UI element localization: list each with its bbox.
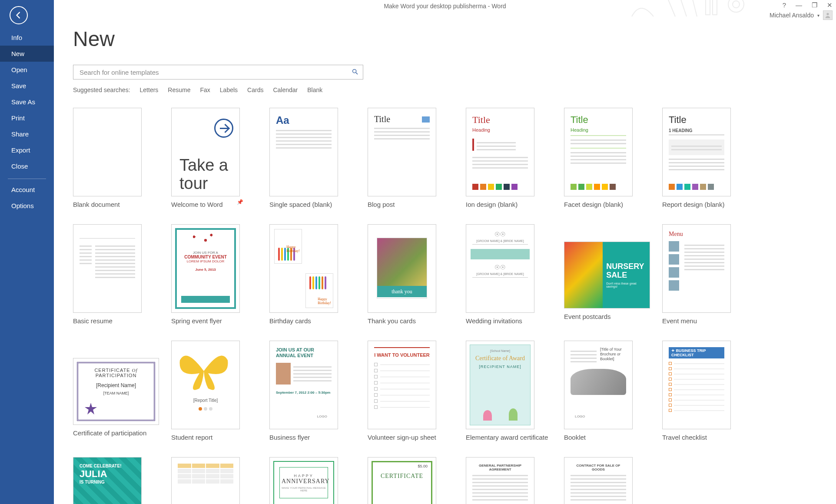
template-thumbnail: Menu (662, 224, 731, 313)
sidebar-item-open[interactable]: Open (0, 62, 54, 78)
template-anniv[interactable]: HAPPYANNIVERSARYMAKE YOUR PERSONAL MESSA… (269, 449, 368, 504)
template-thumbnail: [Report Title] (171, 341, 240, 429)
template-label: Blog post (368, 201, 450, 209)
template-label: Business flyer (269, 434, 352, 441)
suggested-labels[interactable]: Labels (220, 86, 238, 93)
template-julia[interactable]: COME CELEBRATE!JULIAIS TURNING (73, 449, 171, 504)
sidebar-item-options[interactable]: Options (0, 198, 54, 214)
template-label: Event postcards (564, 313, 647, 321)
template-grid: Blank documentTake atourWelcome to Word📌… (73, 100, 828, 504)
template-thank-you-cards[interactable]: thank youThank you cards (368, 216, 466, 333)
template-thumbnail: [School Name]Certificate of Award[RECIPI… (466, 341, 534, 429)
template-basic-resume[interactable]: Basic resume (73, 216, 171, 333)
sidebar-item-save[interactable]: Save (0, 78, 54, 94)
template-thumbnail: JOIN US FOR ACOMMUNITY EVENTLOREM IPSUM … (171, 224, 240, 313)
sidebar-item-print[interactable]: Print (0, 110, 54, 126)
suggested-cards[interactable]: Cards (247, 86, 263, 93)
template-welcome-to-word[interactable]: Take atourWelcome to Word📌 (171, 100, 269, 216)
back-arrow-icon (14, 10, 23, 20)
sidebar-item-save-as[interactable]: Save As (0, 94, 54, 110)
template-search[interactable] (73, 65, 363, 80)
sidebar-item-close[interactable]: Close (0, 158, 54, 174)
minimize-button[interactable]: — (796, 2, 802, 8)
template-wedding-invitations[interactable]: ☉☉[GROOM NAME] & [BRIDE NAME]☉☉[GROOM NA… (466, 216, 564, 333)
template-report-design-blank-[interactable]: Title1 HEADINGReport design (blank) (662, 100, 760, 216)
sidebar-item-new[interactable]: New (0, 46, 54, 62)
template-thumbnail: I WANT TO VOLUNTEER (368, 341, 436, 429)
template-ion-design-blank-[interactable]: TitleHeadingIon design (blank) (466, 100, 564, 216)
template-elementary-award-certificate[interactable]: [School Name]Certificate of Award[RECIPI… (466, 333, 564, 449)
template-thumbnail: Title1 HEADING (662, 108, 731, 196)
back-button[interactable] (10, 6, 28, 24)
template-label: Spring event flyer (171, 317, 254, 325)
template-volunteer-sign-up-sheet[interactable]: I WANT TO VOLUNTEERVolunteer sign-up she… (368, 333, 466, 449)
template-label: Certificate of participation (73, 429, 156, 437)
template-thumbnail (171, 457, 240, 504)
template-thumbnail: GENERAL PARTNERSHIP AGREEMENT (466, 457, 534, 504)
template-scroll[interactable]: Blank documentTake atourWelcome to Word📌… (73, 100, 828, 504)
template-thumbnail: Take atour (171, 108, 240, 196)
template-thumbnail: HAPPYANNIVERSARYMAKE YOUR PERSONAL MESSA… (269, 457, 338, 504)
suggested-calendar[interactable]: Calendar (273, 86, 298, 93)
search-input[interactable] (80, 69, 352, 76)
template-certificate-of-participation[interactable]: CERTIFICATE Of PARTICIPATION[Recipient N… (73, 333, 171, 449)
svg-point-5 (353, 69, 356, 73)
svg-line-6 (356, 73, 358, 74)
template-thumbnail: NURSERYSALEDon't miss these great saving… (564, 242, 650, 308)
template-birthday-cards[interactable]: HappyBirthday!HappyBirthday!Birthday car… (269, 216, 368, 333)
template-label: Birthday cards (269, 317, 352, 325)
template-thumbnail: $5.00CERTIFICATE (368, 457, 436, 504)
template-cert2[interactable]: $5.00CERTIFICATE (368, 449, 466, 504)
sidebar-item-share[interactable]: Share (0, 126, 54, 142)
template-label: Basic resume (73, 317, 156, 325)
template-label: Travel checklist (662, 434, 745, 441)
help-button[interactable]: ? (783, 2, 786, 8)
template-table[interactable] (171, 449, 269, 504)
template-label: Elementary award certificate (466, 434, 548, 441)
template-label: Event menu (662, 317, 745, 325)
suggested-blank[interactable]: Blank (307, 86, 322, 93)
template-booklet[interactable]: [Title of Your Brochure or Booklet]LOGOB… (564, 333, 662, 449)
template-thumbnail: HappyBirthday!HappyBirthday! (269, 224, 338, 313)
template-label: Thank you cards (368, 317, 450, 325)
suggested-resume[interactable]: Resume (168, 86, 190, 93)
template-label: Single spaced (blank) (269, 201, 352, 209)
template-label: Report design (blank) (662, 201, 745, 209)
template-thumbnail: CERTIFICATE Of PARTICIPATION[Recipient N… (73, 358, 159, 425)
backstage-sidebar: InfoNewOpenSaveSave AsPrintShareExportCl… (0, 0, 54, 504)
template-single-spaced-blank-[interactable]: AaSingle spaced (blank) (269, 100, 368, 216)
template-contract[interactable]: CONTRACT FOR SALE OF GOODS (564, 449, 662, 504)
suggested-searches: Suggested searches: LettersResumeFaxLabe… (73, 86, 836, 93)
pin-icon[interactable]: 📌 (237, 199, 243, 205)
template-event-postcards[interactable]: NURSERYSALEDon't miss these great saving… (564, 216, 662, 333)
template-business-flyer[interactable]: JOIN US AT OURANNUAL EVENTSeptember 7, 2… (269, 333, 368, 449)
template-partner[interactable]: GENERAL PARTNERSHIP AGREEMENT (466, 449, 564, 504)
template-blank-document[interactable]: Blank document (73, 100, 171, 216)
sidebar-item-info[interactable]: Info (0, 30, 54, 46)
template-thumbnail: COME CELEBRATE!JULIAIS TURNING (73, 457, 142, 504)
close-window-button[interactable]: ✕ (827, 2, 833, 8)
search-icon[interactable] (352, 68, 358, 76)
template-thumbnail: thank you (368, 224, 436, 313)
suggested-fax[interactable]: Fax (200, 86, 210, 93)
template-label: Student report (171, 434, 254, 441)
title-bar: Make Word your desktop publisherma - Wor… (54, 0, 836, 11)
sidebar-item-account[interactable]: Account (0, 182, 54, 198)
sidebar-item-export[interactable]: Export (0, 142, 54, 158)
template-student-report[interactable]: [Report Title]Student report (171, 333, 269, 449)
template-thumbnail: JOIN US AT OURANNUAL EVENTSeptember 7, 2… (269, 341, 338, 429)
template-thumbnail: TitleHeading (466, 108, 534, 196)
template-travel-checklist[interactable]: ✦ BUSINESS TRIP CHECKLISTTravel checklis… (662, 333, 760, 449)
template-spring-event-flyer[interactable]: JOIN US FOR ACOMMUNITY EVENTLOREM IPSUM … (171, 216, 269, 333)
template-facet-design-blank-[interactable]: TitleHeadingFacet design (blank) (564, 100, 662, 216)
template-label: Booklet (564, 434, 647, 441)
template-thumbnail: CONTRACT FOR SALE OF GOODS (564, 457, 633, 504)
suggested-letters[interactable]: Letters (140, 86, 159, 93)
restore-button[interactable]: ❐ (812, 2, 817, 8)
template-thumbnail: [Title of Your Brochure or Booklet]LOGO (564, 341, 633, 429)
template-thumbnail (73, 224, 142, 313)
template-blog-post[interactable]: TitleBlog post (368, 100, 466, 216)
template-label: Volunteer sign-up sheet (368, 434, 450, 441)
template-event-menu[interactable]: MenuEvent menu (662, 216, 760, 333)
svg-marker-7 (85, 403, 97, 414)
